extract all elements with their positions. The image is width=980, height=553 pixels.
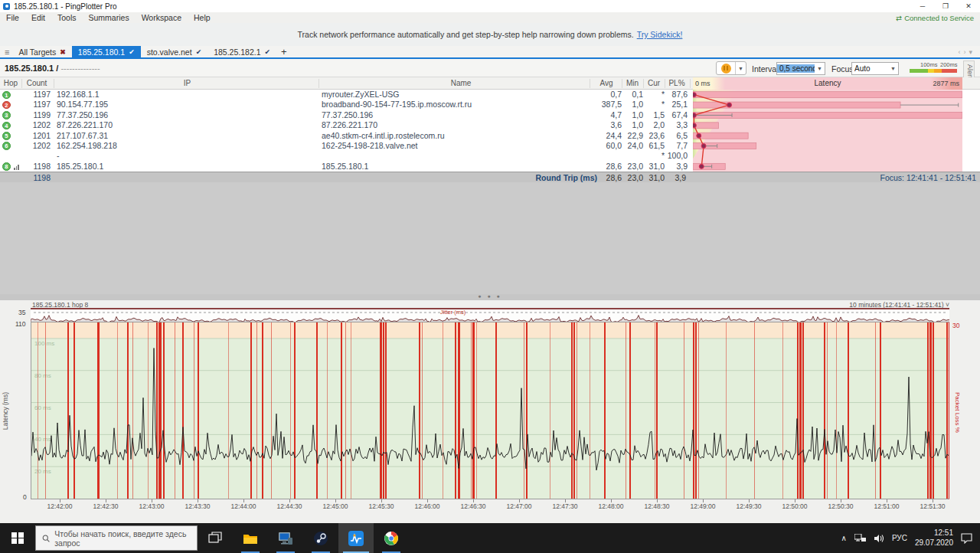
col-avg[interactable]: Avg xyxy=(591,79,622,87)
timeline-chart[interactable]: 100 ms80 ms60 ms40 ms20 ms xyxy=(31,322,949,499)
tab-scroll-arrows[interactable]: ‹›▾ xyxy=(958,48,975,56)
minimize-button[interactable]: ─ xyxy=(911,0,934,12)
chrome-button[interactable] xyxy=(374,523,409,553)
col-cur[interactable]: Cur xyxy=(643,79,665,87)
menu-workspace[interactable]: Workspace xyxy=(136,13,188,22)
time-axis-label: 12:43:00 xyxy=(139,502,164,510)
table-cell: 6,5 xyxy=(665,131,688,141)
col-name[interactable]: Name xyxy=(322,79,600,87)
trace-pane-header: 185.25.180.1 / -------------- ▼ Interval… xyxy=(0,59,980,77)
menu-edit[interactable]: Edit xyxy=(25,13,51,22)
volume-icon[interactable] xyxy=(874,534,884,543)
table-row[interactable]: 51201217.107.67.31ae40.stkm-cr4.intl.ip.… xyxy=(0,131,980,141)
taskbar-search-input[interactable]: Чтобы начать поиск, введите здесь запрос xyxy=(35,525,198,551)
loss-axis-label: Packet Loss % xyxy=(954,392,961,433)
action-center-icon[interactable] xyxy=(961,533,972,544)
steam-button[interactable] xyxy=(303,523,338,553)
maximize-button[interactable]: ❐ xyxy=(934,0,957,12)
time-axis-label: 12:43:30 xyxy=(185,502,210,510)
table-cell: 87.226.221.170 xyxy=(57,120,317,130)
empty-workspace xyxy=(0,182,980,294)
focus-select[interactable]: Auto ▼ xyxy=(851,62,899,75)
hop-badge: 4 xyxy=(2,122,11,130)
table-row[interactable]: 2119790.154.77.195broadband-90-154-77-19… xyxy=(0,100,980,110)
table-cell: 24,0 xyxy=(622,141,643,151)
latency-color-scale: 100ms 200ms xyxy=(910,61,957,75)
pause-button[interactable] xyxy=(717,62,735,74)
title-bar: 185.25.180.1 - PingPlotter Pro ─ ❐ ✕ xyxy=(0,0,980,12)
hop-table-body: 11197192.168.1.1myrouter.ZyXEL-USG0,70,1… xyxy=(0,90,980,172)
table-cell: 1197 xyxy=(21,100,51,110)
focus-label: Focus xyxy=(831,64,854,74)
pane-splitter[interactable]: ● ● ● xyxy=(0,294,980,300)
file-explorer-button[interactable] xyxy=(233,523,268,553)
targets-menu-icon[interactable]: ≡ xyxy=(5,47,9,57)
table-row[interactable]: 3119977.37.250.19677.37.250.1964,71,01,5… xyxy=(0,110,980,120)
pause-dropdown-arrow[interactable]: ▼ xyxy=(735,62,746,74)
table-row[interactable]: 4120287.226.221.17087.226.221.1703,61,02… xyxy=(0,120,980,130)
table-cell: 61,5 xyxy=(643,141,665,151)
table-cell: 1202 xyxy=(21,141,51,151)
try-sidekick-link[interactable]: Try Sidekick! xyxy=(637,30,683,39)
table-cell: * xyxy=(643,100,665,110)
hop-badge: 6 xyxy=(2,142,11,150)
network-icon[interactable] xyxy=(854,534,866,543)
task-view-button[interactable] xyxy=(198,523,233,553)
time-axis: 12:42:0012:42:3012:43:0012:43:3012:44:00… xyxy=(31,500,949,512)
time-axis-label: 12:50:00 xyxy=(782,502,807,510)
pause-split-button[interactable]: ▼ xyxy=(716,61,746,75)
table-cell: 4,7 xyxy=(591,110,622,120)
col-hop[interactable]: Hop xyxy=(0,79,21,87)
col-min[interactable]: Min xyxy=(622,79,643,87)
table-cell: 77.37.250.196 xyxy=(322,110,597,120)
interval-select[interactable]: 0,5 seconds ▼ xyxy=(776,62,825,75)
table-cell: myrouter.ZyXEL-USG xyxy=(322,90,597,100)
pause-icon xyxy=(721,64,731,74)
menu-summaries[interactable]: Summaries xyxy=(83,13,136,22)
table-cell: 7,7 xyxy=(665,141,688,151)
table-cell: 185.25.180.1 xyxy=(322,162,597,172)
svg-text:40 ms: 40 ms xyxy=(34,436,51,443)
computer-icon xyxy=(278,532,293,545)
table-cell: 1201 xyxy=(21,131,51,141)
table-cell: 185.25.180.1 xyxy=(57,162,317,172)
table-row[interactable]: -*100,0 xyxy=(0,151,980,161)
close-all-targets-icon[interactable]: ✖ xyxy=(60,48,66,56)
latency-axis-max: 110 xyxy=(15,320,26,328)
close-button[interactable]: ✕ xyxy=(957,0,980,12)
table-cell: - xyxy=(57,151,317,161)
menu-tools[interactable]: Tools xyxy=(51,13,83,22)
start-button[interactable] xyxy=(0,523,35,553)
computer-button[interactable] xyxy=(268,523,303,553)
table-row[interactable]: 61202162.254.198.218162-254-198-218.valv… xyxy=(0,141,980,151)
table-cell: 90.154.77.195 xyxy=(57,100,317,110)
table-row[interactable]: 11197192.168.1.1myrouter.ZyXEL-USG0,70,1… xyxy=(0,90,980,100)
table-cell: 3,3 xyxy=(665,120,688,130)
tab-185-25-180-1[interactable]: 185.25.180.1 ✔ xyxy=(72,46,141,57)
time-axis-label: 12:45:30 xyxy=(368,502,394,510)
time-axis-label: 12:45:00 xyxy=(322,502,348,510)
taskbar-clock[interactable]: 12:51 29.07.2020 xyxy=(915,528,953,548)
menu-help[interactable]: Help xyxy=(188,13,217,22)
col-ip[interactable]: IP xyxy=(57,79,318,87)
latency-axis-min: 0 xyxy=(23,493,27,501)
add-target-button[interactable]: + xyxy=(276,46,292,57)
svg-text:20 ms: 20 ms xyxy=(34,468,51,475)
tab-sto-valve-net[interactable]: sto.valve.net ✔ xyxy=(141,46,208,57)
table-cell: 25,1 xyxy=(665,100,688,110)
col-count[interactable]: Count xyxy=(21,79,52,87)
language-indicator[interactable]: РУС xyxy=(892,534,907,542)
time-axis-label: 12:51:00 xyxy=(874,502,899,510)
table-row[interactable]: 81198185.25.180.1185.25.180.128,623,031,… xyxy=(0,162,980,172)
taskbar: Чтобы начать поиск, введите здесь запрос… xyxy=(0,523,980,553)
tray-chevron-icon[interactable]: ∧ xyxy=(841,534,847,542)
table-cell: 3,9 xyxy=(665,162,688,172)
menu-file[interactable]: File xyxy=(0,13,25,22)
search-icon xyxy=(42,534,50,543)
tab-all-targets[interactable]: All Targets ✖ xyxy=(12,46,71,57)
notification-text: Track network performance automatically … xyxy=(298,30,634,39)
pingplotter-button[interactable] xyxy=(338,523,374,553)
tab-185-25-182-1[interactable]: 185.25.182.1 ✔ xyxy=(207,46,276,57)
col-pl[interactable]: PL% xyxy=(665,79,689,87)
table-cell: 87.226.221.170 xyxy=(322,120,597,130)
